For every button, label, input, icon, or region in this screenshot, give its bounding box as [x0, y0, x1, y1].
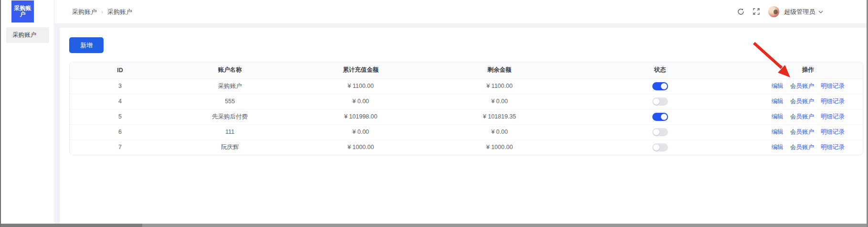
breadcrumb-item-current: 采购账户 [107, 8, 132, 16]
cell-account-name: 先采购后付费 [170, 109, 289, 124]
breadcrumb-item-root[interactable]: 采购账户 [72, 8, 97, 16]
status-toggle[interactable] [652, 128, 668, 136]
topbar-tools: 超级管理员 [737, 6, 824, 17]
toggle-knob [653, 98, 659, 105]
cell-total-recharge: ¥ 0.00 [289, 94, 432, 109]
edit-link[interactable]: 编辑 [772, 144, 784, 151]
member-account-link[interactable]: 会员账户 [790, 98, 814, 105]
table-row: 6111¥ 0.00¥ 0.00编辑会员账户明细记录 [70, 124, 863, 140]
status-toggle[interactable] [652, 97, 668, 106]
column-header-account-name: 账户名称 [170, 62, 289, 78]
detail-record-link[interactable]: 明细记录 [821, 113, 845, 120]
cell-operations: 编辑会员账户明细记录 [753, 78, 863, 94]
cell-account-name: 采购账户 [170, 78, 289, 94]
cell-id: 3 [70, 78, 170, 94]
cell-total-recharge: ¥ 101998.00 [289, 109, 432, 124]
edit-link[interactable]: 编辑 [772, 83, 784, 89]
content-card: 新增 ID 账户名称 累计充值金额 剩余金额 [60, 28, 867, 224]
status-toggle[interactable] [652, 143, 668, 151]
cell-total-recharge: ¥ 1100.00 [289, 78, 432, 94]
fullscreen-icon[interactable] [753, 8, 761, 16]
cell-balance: ¥ 1100.00 [432, 78, 567, 94]
cell-balance: ¥ 0.00 [432, 94, 567, 109]
edit-link[interactable]: 编辑 [772, 98, 784, 105]
cell-operations: 编辑会员账户明细记录 [753, 140, 863, 155]
member-account-link[interactable]: 会员账户 [790, 144, 814, 151]
cell-account-name: 阮庆辉 [170, 140, 289, 155]
cell-status [567, 124, 753, 140]
accounts-table: ID 账户名称 累计充值金额 剩余金额 状态 操作 3采购账户¥ 1100.00… [69, 62, 863, 155]
cell-status [567, 78, 753, 94]
column-header-total-recharge: 累计充值金额 [289, 62, 432, 78]
table-row: 5先采购后付费¥ 101998.00¥ 101819.35编辑会员账户明细记录 [70, 109, 863, 124]
cell-status [567, 109, 753, 124]
column-header-operations: 操作 [753, 62, 863, 78]
toggle-knob [661, 114, 667, 120]
cell-balance: ¥ 0.00 [432, 124, 567, 140]
cell-account-name: 555 [170, 94, 289, 109]
table-row: 4555¥ 0.00¥ 0.00编辑会员账户明细记录 [70, 94, 863, 109]
add-button[interactable]: 新增 [69, 37, 104, 53]
member-account-link[interactable]: 会员账户 [790, 83, 814, 89]
cell-id: 7 [70, 140, 170, 155]
status-toggle[interactable] [652, 113, 668, 121]
table-row: 3采购账户¥ 1100.00¥ 1100.00编辑会员账户明细记录 [70, 78, 863, 94]
cell-account-name: 111 [170, 124, 289, 140]
toggle-knob [661, 83, 667, 89]
cell-id: 5 [70, 109, 170, 124]
toggle-knob [653, 144, 659, 151]
detail-record-link[interactable]: 明细记录 [821, 144, 845, 151]
cell-operations: 编辑会员账户明细记录 [753, 124, 863, 140]
cell-id: 6 [70, 124, 170, 140]
column-header-balance: 剩余金额 [432, 62, 567, 78]
cell-operations: 编辑会员账户明细记录 [753, 94, 863, 109]
detail-record-link[interactable]: 明细记录 [821, 98, 845, 105]
cell-total-recharge: ¥ 1000.00 [289, 140, 432, 155]
column-header-id: ID [70, 62, 170, 78]
cell-status [567, 140, 753, 155]
table-header: ID 账户名称 累计充值金额 剩余金额 状态 操作 [70, 62, 863, 78]
column-header-status: 状态 [567, 62, 753, 78]
cell-id: 4 [70, 94, 170, 109]
breadcrumb: 采购账户 › 采购账户 [72, 8, 132, 16]
refresh-icon[interactable] [737, 8, 745, 16]
breadcrumb-separator-icon: › [101, 9, 103, 15]
topbar: 采购账户 › 采购账户 超级管理员 [55, 0, 867, 24]
cell-balance: ¥ 1000.00 [432, 140, 567, 155]
table-row: 7阮庆辉¥ 1000.00¥ 1000.00编辑会员账户明细记录 [70, 140, 863, 155]
status-toggle[interactable] [652, 82, 668, 90]
horizontal-scrollbar[interactable] [1, 224, 867, 227]
edit-link[interactable]: 编辑 [772, 129, 784, 135]
main-area: 采购账户 › 采购账户 超级管理员 [55, 0, 867, 224]
app-window: 采购账户 采购账户 采购账户 › 采购账户 [0, 0, 868, 227]
edit-link[interactable]: 编辑 [772, 113, 784, 120]
chevron-down-icon[interactable] [818, 9, 824, 15]
user-avatar[interactable] [768, 6, 779, 17]
detail-record-link[interactable]: 明细记录 [821, 129, 845, 135]
cell-total-recharge: ¥ 0.00 [289, 124, 432, 140]
page-content: 新增 ID 账户名称 累计充值金额 剩余金额 [55, 24, 867, 224]
sidebar-item-purchase-account[interactable]: 采购账户 [6, 27, 49, 43]
cell-status [567, 94, 753, 109]
toggle-knob [653, 129, 659, 135]
cell-balance: ¥ 101819.35 [432, 109, 567, 124]
sidebar-item-label: 采购账户 [12, 31, 36, 39]
user-name[interactable]: 超级管理员 [784, 8, 815, 16]
detail-record-link[interactable]: 明细记录 [821, 83, 845, 89]
sidebar: 采购账户 采购账户 [1, 0, 54, 223]
member-account-link[interactable]: 会员账户 [790, 113, 814, 120]
member-account-link[interactable]: 会员账户 [790, 129, 814, 135]
app-logo: 采购账户 [11, 0, 34, 22]
cell-operations: 编辑会员账户明细记录 [753, 109, 863, 124]
scrollbar-thumb[interactable] [1, 224, 142, 227]
